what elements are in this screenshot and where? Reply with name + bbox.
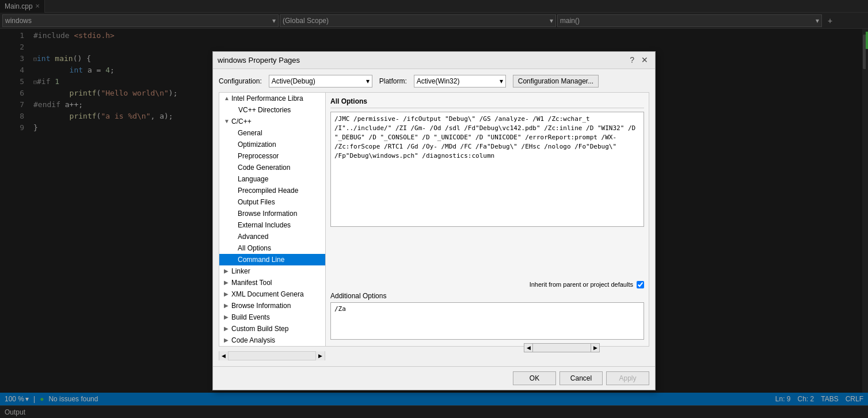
ok-button[interactable]: OK xyxy=(513,371,556,385)
tree-label-precompiled: Precompiled Heade xyxy=(238,187,298,195)
right-panel: All Options Inherit from parent or proje… xyxy=(326,93,649,346)
tree-label-general: General xyxy=(238,129,262,137)
config-label: Configuration: xyxy=(219,77,262,85)
tree-item-preprocessor[interactable]: Preprocessor xyxy=(219,150,325,162)
additional-options-section: Additional Options xyxy=(330,292,644,341)
tree-item-intel-perf[interactable]: ▲ Intel Performance Libra xyxy=(219,93,325,104)
tree-expand-xml: ▶ xyxy=(224,291,230,297)
apply-button[interactable]: Apply xyxy=(606,371,649,385)
additional-options-container xyxy=(330,302,644,341)
config-row: Configuration: Active(Debug) ▾ Platform:… xyxy=(219,75,649,88)
tree-expand-code-analysis: ▶ xyxy=(224,337,230,343)
inherit-checkbox[interactable] xyxy=(637,281,644,288)
bottom-hscroll-row: ◀ ▶ xyxy=(219,351,649,360)
tree-item-general[interactable]: General xyxy=(219,127,325,139)
tree-label-language: Language xyxy=(238,175,268,183)
dialog-main: ▲ Intel Performance Libra VC++ Directori… xyxy=(219,92,649,347)
tree-label-command-line: Command Line xyxy=(238,256,284,264)
tree-label-code-analysis: Code Analysis xyxy=(231,336,275,344)
tree-label-cpp: C/C++ xyxy=(231,117,252,126)
additional-options-textarea[interactable] xyxy=(330,302,644,340)
hscroll-left-btn[interactable]: ◀ xyxy=(219,351,229,360)
tree-item-xml-doc[interactable]: ▶ XML Document Genera xyxy=(219,288,325,300)
hscroll-right-btn[interactable]: ▶ xyxy=(315,351,325,360)
tree-label-advanced: Advanced xyxy=(238,233,268,241)
tree-expand-browse2: ▶ xyxy=(224,302,230,309)
tree-label-build-events: Build Events xyxy=(231,313,270,321)
config-value: Active(Debug) xyxy=(272,77,315,85)
config-arrow: ▾ xyxy=(366,77,370,85)
tree-item-language[interactable]: Language xyxy=(219,173,325,185)
platform-dropdown[interactable]: Active(Win32) ▾ xyxy=(414,75,506,88)
additional-options-label: Additional Options xyxy=(330,292,644,300)
tree-expand-manifest: ▶ xyxy=(224,279,230,286)
tree-label-browse-info2: Browse Information xyxy=(231,302,291,310)
dialog-close-btn[interactable]: ✕ xyxy=(639,55,650,64)
tree-item-optimization[interactable]: Optimization xyxy=(219,139,325,150)
tree-hscroll-bar[interactable]: ◀ ▶ xyxy=(219,351,325,360)
platform-value: Active(Win32) xyxy=(417,77,460,85)
tree-label-vcpp: VC++ Directories xyxy=(238,106,291,114)
tree-expand-build-events: ▶ xyxy=(224,314,230,320)
tree-item-advanced[interactable]: Advanced xyxy=(219,231,325,242)
tree-label-manifest-tool: Manifest Tool xyxy=(231,279,272,287)
tree-item-code-gen[interactable]: Code Generation xyxy=(219,162,325,173)
tree-item-vcpp-dirs[interactable]: VC++ Directories xyxy=(219,104,325,116)
all-options-textarea[interactable] xyxy=(330,112,644,227)
options-container xyxy=(330,112,644,278)
config-manager-btn[interactable]: Configuration Manager... xyxy=(513,75,599,88)
tree-panel: ▲ Intel Performance Libra VC++ Directori… xyxy=(219,93,326,346)
dialog-titlebar: windows Property Pages ? ✕ xyxy=(213,52,655,69)
tree-label-linker: Linker xyxy=(231,267,250,275)
tree-label-optimization: Optimization xyxy=(238,140,276,149)
cancel-button[interactable]: Cancel xyxy=(559,371,603,385)
all-options-title: All Options xyxy=(330,97,644,108)
tree-item-custom-build[interactable]: ▶ Custom Build Step xyxy=(219,323,325,335)
ide-container: Main.cpp ✕ windows ▾ (Global Scope) ▾ ma… xyxy=(0,0,868,418)
dialog-help-btn[interactable]: ? xyxy=(627,55,637,64)
tree-label-intel: Intel Performance Libra xyxy=(231,94,303,102)
dialog-title: windows Property Pages xyxy=(218,56,300,64)
tree-label-custom-build: Custom Build Step xyxy=(231,325,288,333)
tree-item-browse-info[interactable]: Browse Information xyxy=(219,208,325,219)
platform-arrow: ▾ xyxy=(500,77,503,85)
inherit-row: Inherit from parent or project defaults xyxy=(330,281,644,288)
tree-label-all-options: All Options xyxy=(238,244,271,252)
tree-item-output-files[interactable]: Output Files xyxy=(219,196,325,208)
inherit-label: Inherit from parent or project defaults xyxy=(530,281,633,288)
tree-item-precompiled[interactable]: Precompiled Heade xyxy=(219,185,325,196)
platform-label: Platform: xyxy=(379,77,407,85)
tree-expand-cpp: ▼ xyxy=(224,118,230,124)
tree-item-command-line[interactable]: Command Line xyxy=(219,254,325,265)
dialog-titlebar-btns: ? ✕ xyxy=(627,55,650,64)
config-dropdown[interactable]: Active(Debug) ▾ xyxy=(269,75,372,88)
dialog-footer: OK Cancel Apply xyxy=(213,366,655,390)
tree-label-browse-info: Browse Information xyxy=(238,210,297,218)
dialog-body: Configuration: Active(Debug) ▾ Platform:… xyxy=(213,69,655,366)
tree-label-code-gen: Code Generation xyxy=(238,164,290,172)
tree-item-manifest-tool[interactable]: ▶ Manifest Tool xyxy=(219,277,325,288)
tree-label-ext-includes: External Includes xyxy=(238,221,291,229)
tree-item-all-options[interactable]: All Options xyxy=(219,242,325,254)
tree-item-browse-info2[interactable]: ▶ Browse Information xyxy=(219,300,325,311)
tree-label-xml-doc: XML Document Genera xyxy=(231,290,304,298)
tree-item-linker[interactable]: ▶ Linker xyxy=(219,265,325,277)
tree-label-preprocessor: Preprocessor xyxy=(238,152,279,160)
property-pages-dialog: windows Property Pages ? ✕ Configuration… xyxy=(212,51,656,390)
tree-label-output-files: Output Files xyxy=(238,198,275,206)
modal-overlay: windows Property Pages ? ✕ Configuration… xyxy=(0,0,868,418)
tree-item-cpp[interactable]: ▼ C/C++ xyxy=(219,116,325,127)
tree-expand-custom-build: ▶ xyxy=(224,325,230,332)
tree-item-build-events[interactable]: ▶ Build Events xyxy=(219,311,325,323)
tree-expand-intel: ▲ xyxy=(224,95,230,101)
tree-item-code-analysis[interactable]: ▶ Code Analysis xyxy=(219,335,325,346)
tree-item-ext-includes[interactable]: External Includes xyxy=(219,219,325,231)
tree-expand-linker: ▶ xyxy=(224,268,230,274)
